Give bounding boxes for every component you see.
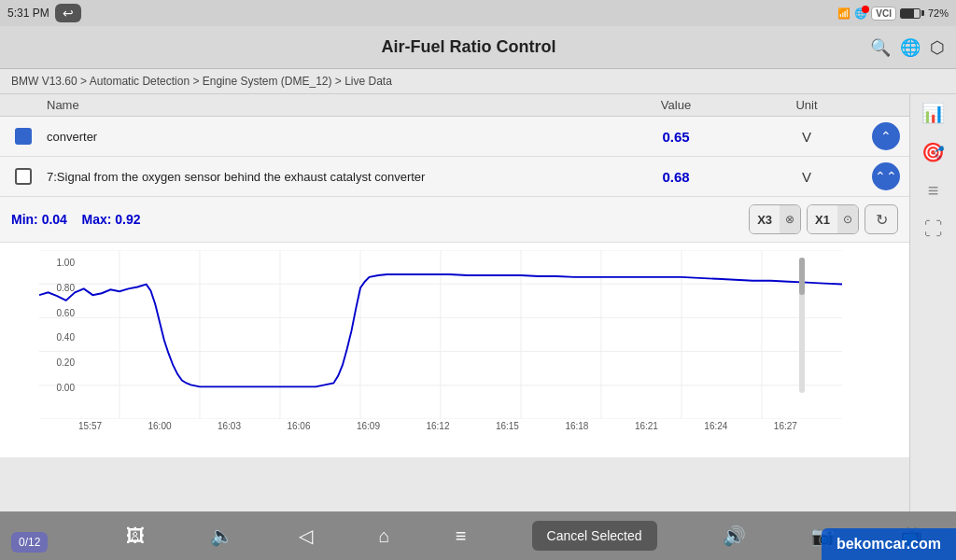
volume-down-icon[interactable]: 🔈 <box>210 525 233 547</box>
min-value: 0.04 <box>42 212 67 227</box>
x-label: 16:03 <box>218 421 241 431</box>
x-label: 15:57 <box>78 421 102 431</box>
vci-icon[interactable]: ⬡ <box>930 37 945 58</box>
row-name: 7:Signal from the oxygen sensor behind t… <box>47 170 601 184</box>
max-value: 0.92 <box>115 212 140 227</box>
y-label: 0.80 <box>57 283 75 293</box>
zoom-x1-button[interactable]: X1 ⊙ <box>807 204 859 234</box>
chevron-up-icon: ⌃ <box>880 129 892 144</box>
chart-scrollbar-thumb[interactable] <box>799 258 805 295</box>
row-checkbox[interactable] <box>0 128 47 145</box>
counter-badge: 0/12 <box>11 532 48 553</box>
x-label: 16:09 <box>357 421 380 431</box>
vci-badge: VCI <box>871 7 896 21</box>
x-label: 16:21 <box>635 421 658 431</box>
main-inner: Name Value Unit converter 0.65 V ⌃ 7: <box>0 94 909 537</box>
row-value: 0.65 <box>601 129 751 145</box>
chevron-up-icon: ⌃⌃ <box>875 169 897 184</box>
x-label: 16:18 <box>565 421 588 431</box>
globe-icon: 🌐 <box>854 7 867 20</box>
zoom-controls: X3 ⊗ X1 ⊙ ↻ <box>749 204 898 234</box>
checkbox-icon[interactable] <box>15 168 32 185</box>
gallery-icon[interactable]: 🖼 <box>126 525 145 547</box>
y-axis-labels: 1.00 0.80 0.60 0.40 0.20 0.00 <box>39 258 78 393</box>
wifi-icon: 📶 <box>837 7 851 20</box>
chart-bar-icon[interactable]: 📊 <box>921 102 945 124</box>
y-label: 0.40 <box>57 332 75 343</box>
x-label: 16:12 <box>426 421 449 431</box>
expand-button[interactable]: ⌃ <box>872 122 900 150</box>
col-header-unit: Unit <box>751 98 863 112</box>
col-header-action <box>863 98 909 112</box>
table-header: Name Value Unit <box>0 94 909 117</box>
battery-indicator <box>900 8 924 19</box>
globe-icon[interactable]: 🌐 <box>900 37 921 58</box>
chart-svg <box>39 250 842 419</box>
minmax-bar: Min: 0.04 Max: 0.92 X3 ⊗ X1 ⊙ ↻ <box>0 197 909 243</box>
row-name: converter <box>47 130 601 144</box>
expand-icon[interactable]: ⛶ <box>924 218 943 240</box>
status-time: 5:31 PM <box>7 7 49 20</box>
x-axis-labels: 15:57 16:00 16:03 16:06 16:09 16:12 16:1… <box>39 419 853 431</box>
breadcrumb: BMW V13.60 > Automatic Detection > Engin… <box>0 69 956 94</box>
watermark: bekomcar.com <box>822 528 956 560</box>
minmax-text: Min: 0.04 Max: 0.92 <box>11 212 141 227</box>
col-header-value: Value <box>601 98 751 112</box>
zoom-x1-label: X1 <box>808 205 837 233</box>
row-unit: V <box>751 169 863 185</box>
row-expand[interactable]: ⌃⌃ <box>863 162 909 190</box>
header-icons: 🔍 🌐 ⬡ <box>870 37 945 58</box>
volume-up-icon[interactable]: 🔊 <box>723 525 746 547</box>
row-unit: V <box>751 129 863 145</box>
zoom-x3-icon[interactable]: ⊗ <box>780 205 800 233</box>
battery-percent: 72% <box>928 7 949 19</box>
back-button[interactable]: ↩ <box>55 4 81 22</box>
status-bar: 5:31 PM ↩ 📶 🌐 VCI 72% <box>0 0 956 26</box>
x-label: 16:27 <box>774 421 797 431</box>
checkbox-icon[interactable] <box>15 128 32 145</box>
y-label: 0.60 <box>57 308 75 318</box>
refresh-button[interactable]: ↻ <box>865 204 898 234</box>
main-content: Name Value Unit converter 0.65 V ⌃ 7: <box>0 94 956 537</box>
y-label: 0.00 <box>57 383 75 393</box>
chart-scrollbar[interactable] <box>799 258 805 393</box>
x-label: 16:00 <box>148 421 171 431</box>
zoom-x1-icon[interactable]: ⊙ <box>837 205 858 233</box>
menu-icon[interactable]: ≡ <box>456 525 467 547</box>
back-icon: ↩ <box>63 6 74 21</box>
zoom-x3-label: X3 <box>750 205 780 233</box>
zoom-x3-button[interactable]: X3 ⊗ <box>749 204 801 234</box>
x-label: 16:06 <box>287 421 310 431</box>
refresh-icon: ↻ <box>876 211 888 229</box>
page-title: Air-Fuel Ratio Control <box>67 37 870 57</box>
home-icon[interactable]: ⌂ <box>379 525 390 547</box>
search-icon[interactable]: 🔍 <box>870 37 891 58</box>
chart-container: 1.00 0.80 0.60 0.40 0.20 0.00 <box>0 243 909 457</box>
back-nav-icon[interactable]: ◁ <box>299 525 313 547</box>
expand-button[interactable]: ⌃⌃ <box>872 162 900 190</box>
row-checkbox[interactable] <box>0 168 47 185</box>
cancel-selected-button[interactable]: Cancel Selected <box>532 521 657 551</box>
table-row: converter 0.65 V ⌃ <box>0 117 909 157</box>
table-row: 7:Signal from the oxygen sensor behind t… <box>0 157 909 197</box>
gauge-icon[interactable]: 🎯 <box>921 141 945 163</box>
bottom-nav: 0/12 🖼 🔈 ◁ ⌂ ≡ Cancel Selected 🔊 📷 📺 bek… <box>0 511 956 560</box>
list-icon[interactable]: ≡ <box>928 180 939 202</box>
app-header: Air-Fuel Ratio Control 🔍 🌐 ⬡ <box>0 26 956 69</box>
y-label: 0.20 <box>57 357 75 368</box>
col-header-name: Name <box>0 98 601 112</box>
min-label: Min: <box>11 212 38 227</box>
x-label: 16:24 <box>704 421 727 431</box>
row-expand[interactable]: ⌃ <box>863 122 909 150</box>
right-sidebar: 📊 🎯 ≡ ⛶ <box>909 94 956 537</box>
row-value: 0.68 <box>601 169 751 185</box>
max-label: Max: <box>81 212 111 227</box>
y-label: 1.00 <box>57 258 75 268</box>
x-label: 16:15 <box>496 421 519 431</box>
